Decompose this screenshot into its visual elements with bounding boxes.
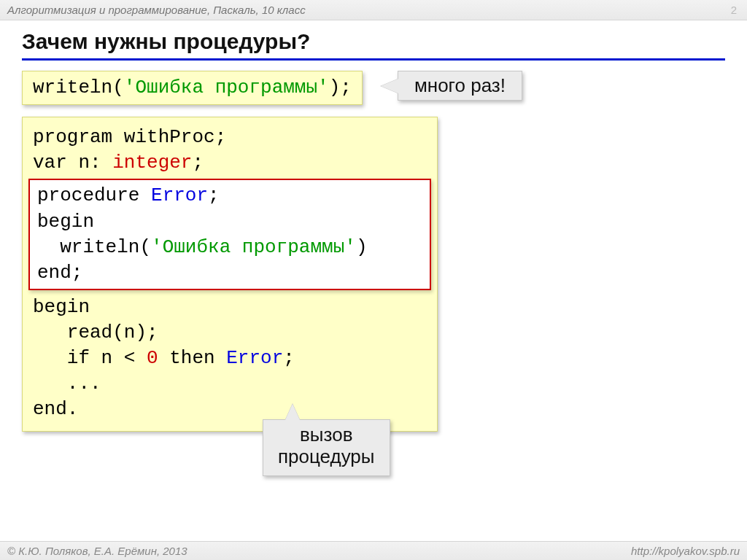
footer-bar: © К.Ю. Поляков, Е.А. Ерёмин, 2013 http:/… <box>0 541 747 560</box>
code-text: ) <box>356 236 368 258</box>
code-text: ; <box>283 347 295 369</box>
page-number: 2 <box>731 4 740 16</box>
code-text: procedure <box>37 184 151 206</box>
code-line: end; <box>37 262 82 284</box>
program-code: program withProc; var n: integer; proced… <box>22 117 438 432</box>
slide-content: Зачем нужны процедуры? writeln('Ошибка п… <box>0 20 747 432</box>
code-line: program withProc; <box>33 126 226 148</box>
header-bar: Алгоритмизация и программирование, Паска… <box>0 0 747 20</box>
callout-line1: вызов <box>300 424 352 446</box>
code-number: 0 <box>147 347 158 369</box>
code-proc-name: Error <box>151 184 208 206</box>
code-snippet-single-line: writeln('Ошибка программы'); <box>22 71 363 105</box>
procedure-definition-box: procedure Error; begin writeln('Ошибка п… <box>28 179 431 289</box>
callout-tail-icon <box>285 404 300 420</box>
code-open: ( <box>112 77 124 98</box>
code-close: ); <box>329 77 352 98</box>
callout-many-times: много раз! <box>398 71 522 101</box>
code-text: ; <box>192 152 204 174</box>
footer-url: http://kpolyakov.spb.ru <box>631 545 740 557</box>
footer-copyright: © К.Ю. Поляков, Е.А. Ерёмин, 2013 <box>7 545 187 557</box>
code-proc-call: Error <box>226 347 283 369</box>
code-string: 'Ошибка программы' <box>124 77 329 98</box>
code-line: var n: <box>33 152 112 174</box>
code-line: read(n); <box>33 322 158 343</box>
code-line: begin <box>37 211 94 233</box>
code-func: writeln <box>33 77 112 98</box>
code-line: begin <box>33 296 90 318</box>
program-block: program withProc; var n: integer; proced… <box>22 117 438 432</box>
header-subject: Алгоритмизация и программирование, Паска… <box>7 4 306 16</box>
callout-procedure-call: вызов процедуры <box>263 419 390 476</box>
code-text: if n < <box>33 347 147 369</box>
code-text: then <box>158 347 227 369</box>
code-line: end. <box>33 398 78 420</box>
code-text: ; <box>208 184 220 206</box>
code-text: writeln( <box>37 236 151 258</box>
callout-tail-icon <box>381 79 398 93</box>
callout-line2: процедуры <box>278 446 375 467</box>
code-line: ... <box>33 373 101 394</box>
slide-title: Зачем нужны процедуры? <box>22 29 725 61</box>
snippet-row: writeln('Ошибка программы'); много раз! <box>22 71 725 105</box>
callout-text: много раз! <box>414 74 506 96</box>
code-string: 'Ошибка программы' <box>151 236 356 258</box>
code-type: integer <box>112 152 192 174</box>
